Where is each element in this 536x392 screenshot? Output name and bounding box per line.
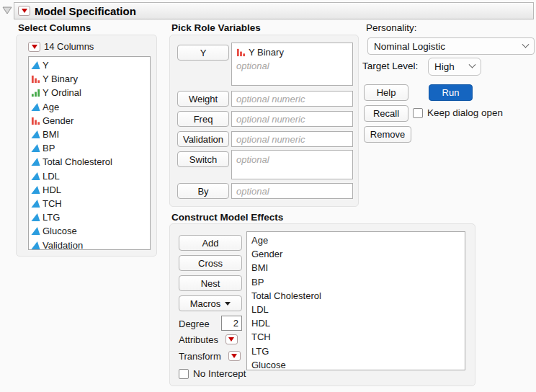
target-level-dropdown[interactable]: High [428,58,481,76]
disclosure-triangle-icon[interactable] [2,6,12,14]
macros-button[interactable]: Macros [179,295,242,311]
page-title: Model Specification [35,5,136,17]
columns-count-label: 14 Columns [44,41,94,52]
effect-item[interactable]: Glucose [251,358,460,370]
column-item[interactable]: Total Cholesterol [31,155,148,169]
personality-value: Nominal Logistic [374,41,445,52]
nominal-icon [31,74,40,84]
nominal-icon [236,48,246,57]
effect-item[interactable]: LDL [251,303,460,316]
column-item[interactable]: BP [31,141,148,155]
continuous-icon [31,172,40,181]
switch-role-box[interactable]: optional [231,150,353,179]
keep-dialog-open-label: Keep dialog open [427,107,503,118]
model-specification-dialog: { "header": { "title": "Model Specificat… [0,0,536,392]
column-item[interactable]: TCH [31,197,148,210]
cross-button[interactable]: Cross [179,255,242,271]
continuous-icon [31,241,40,250]
ordinal-icon [31,88,40,97]
nest-button[interactable]: Nest [179,275,242,291]
add-button[interactable]: Add [179,235,242,251]
continuous-icon [31,102,40,112]
column-item[interactable]: Gender [31,114,148,128]
select-columns-label: Select Columns [18,22,91,33]
no-intercept-checkbox[interactable] [179,369,189,379]
no-intercept-row[interactable]: No Intercept [179,368,246,379]
model-effects-listbox[interactable]: Age Gender BMI BP Total Cholesterol LDL … [246,231,465,370]
degree-row: Degree [179,316,210,331]
y-optional-placeholder: optional [236,59,348,73]
freq-role-button[interactable]: Freq [177,111,229,127]
dropdown-arrow-icon [225,302,231,306]
weight-role-button[interactable]: Weight [177,91,229,107]
construct-model-effects-panel: Add Cross Nest Macros Degree Attributes … [169,223,475,386]
columns-listbox[interactable]: Y Y Binary Y Ordinal Age Gender BMI BP T… [28,56,151,250]
column-item[interactable]: Age [31,100,148,114]
transform-row: Transform [179,349,241,362]
column-item[interactable]: HDL [31,183,148,197]
validation-role-button[interactable]: Validation [177,131,229,147]
column-item[interactable]: Validation [31,238,148,250]
effect-item[interactable]: BMI [251,261,460,275]
outline-title-bar: Model Specification [14,2,534,19]
effect-item[interactable]: Age [251,233,460,247]
column-item[interactable]: Glucose [31,224,148,238]
attributes-menu-icon[interactable] [225,334,238,344]
degree-input[interactable] [221,316,242,331]
effect-item[interactable]: TCH [251,330,460,344]
keep-dialog-open-row[interactable]: Keep dialog open [413,107,503,118]
attributes-row: Attributes [179,333,238,346]
effect-item[interactable]: HDL [251,316,460,330]
effect-item[interactable]: BP [251,275,460,289]
personality-dropdown[interactable]: Nominal Logistic [367,37,535,55]
remove-button[interactable]: Remove [364,126,411,143]
target-level-label: Target Level: [362,61,418,71]
effect-item[interactable]: Gender [251,247,460,261]
run-button[interactable]: Run [429,84,473,101]
transform-label: Transform [179,351,221,362]
target-level-value: High [434,61,455,72]
nominal-icon [31,116,40,125]
pick-role-variables-panel: Y Y Binary optional Weight Freq Validati… [169,35,359,207]
switch-optional-placeholder: optional [236,153,348,166]
effect-item[interactable]: Total Cholesterol [251,289,460,303]
columns-filter-menu-icon[interactable] [28,42,40,52]
column-item[interactable]: Y Binary [31,72,148,86]
continuous-icon [31,130,40,139]
validation-role-field[interactable] [231,131,353,147]
attributes-label: Attributes [179,334,218,345]
effect-item[interactable]: LTG [251,344,460,358]
red-triangle-menu-icon[interactable] [18,6,30,16]
column-item[interactable]: BMI [31,128,148,141]
switch-role-button[interactable]: Switch [177,151,229,167]
transform-menu-icon[interactable] [228,351,241,361]
continuous-icon [31,143,40,153]
continuous-icon [31,157,40,166]
degree-label: Degree [179,318,210,329]
continuous-icon [31,226,40,236]
personality-label: Personality: [366,22,417,33]
recall-button[interactable]: Recall [364,105,408,122]
no-intercept-label: No Intercept [193,368,246,379]
construct-model-effects-label: Construct Model Effects [171,212,283,223]
column-item[interactable]: Y [31,58,148,72]
weight-role-field[interactable] [231,91,353,107]
column-item[interactable]: LDL [31,169,148,183]
select-columns-panel: 14 Columns Y Y Binary Y Ordinal Age Gend… [16,35,157,257]
chevron-down-icon [522,40,530,48]
by-role-field[interactable] [231,183,353,199]
y-role-button[interactable]: Y [177,45,229,61]
pick-role-variables-label: Pick Role Variables [171,22,261,33]
freq-role-field[interactable] [231,111,353,127]
by-role-button[interactable]: By [177,183,229,199]
keep-dialog-open-checkbox[interactable] [413,108,423,118]
y-assigned-item[interactable]: Y Binary [236,45,348,59]
chevron-down-icon [469,61,476,68]
continuous-icon [31,213,40,222]
y-role-box[interactable]: Y Binary optional [231,43,353,86]
column-item[interactable]: Y Ordinal [31,86,148,99]
help-button[interactable]: Help [364,84,408,101]
continuous-icon [31,199,40,208]
column-item[interactable]: LTG [31,210,148,224]
macros-label: Macros [190,298,221,309]
